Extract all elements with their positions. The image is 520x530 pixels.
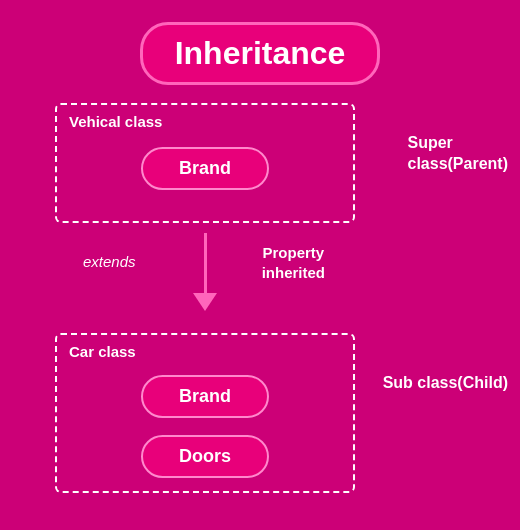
extends-label: extends — [83, 253, 136, 270]
super-brand-label: Brand — [179, 158, 231, 178]
sub-class-box: Car class Brand Doors — [55, 333, 355, 493]
page-title: Inheritance — [175, 35, 346, 71]
super-side-line1: Super — [408, 134, 453, 151]
sub-class-label: Car class — [69, 343, 136, 360]
arrow — [193, 233, 217, 311]
super-side-line2: class(Parent) — [408, 155, 509, 172]
super-class-box: Vehical class Brand — [55, 103, 355, 223]
diagram: Vehical class Brand Super class(Parent) … — [0, 103, 520, 523]
property-line1: Property — [262, 244, 324, 261]
title-section: Inheritance — [0, 0, 520, 85]
doors-pill: Doors — [141, 435, 269, 478]
arrow-head — [193, 293, 217, 311]
property-inherited-label: Property inherited — [262, 243, 325, 282]
super-side-label: Super class(Parent) — [408, 133, 509, 175]
arrow-section: extends Property inherited — [55, 223, 355, 333]
title-pill: Inheritance — [140, 22, 381, 85]
sub-brand-pill: Brand — [141, 375, 269, 418]
super-class-label: Vehical class — [69, 113, 162, 130]
sub-side-label: Sub class(Child) — [383, 373, 508, 394]
doors-label: Doors — [179, 446, 231, 466]
sub-side-text: Sub class(Child) — [383, 374, 508, 391]
arrow-line — [204, 233, 207, 293]
sub-brand-label: Brand — [179, 386, 231, 406]
property-line2: inherited — [262, 264, 325, 281]
super-brand-pill: Brand — [141, 147, 269, 190]
